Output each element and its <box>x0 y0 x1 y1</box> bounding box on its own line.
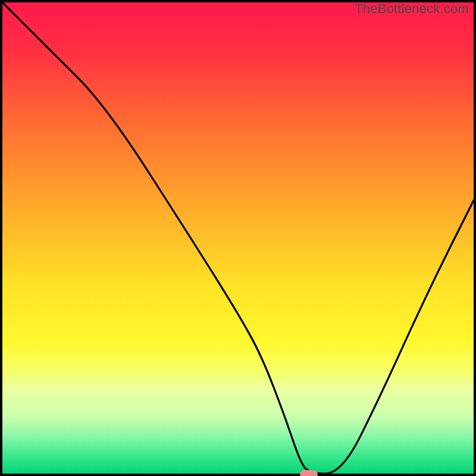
optimal-point-marker <box>300 470 318 476</box>
bottleneck-curve <box>2 2 474 474</box>
watermark-text: TheBottleneck.com <box>355 1 469 17</box>
curve-path <box>2 2 474 474</box>
bottleneck-chart: TheBottleneck.com <box>0 0 476 476</box>
